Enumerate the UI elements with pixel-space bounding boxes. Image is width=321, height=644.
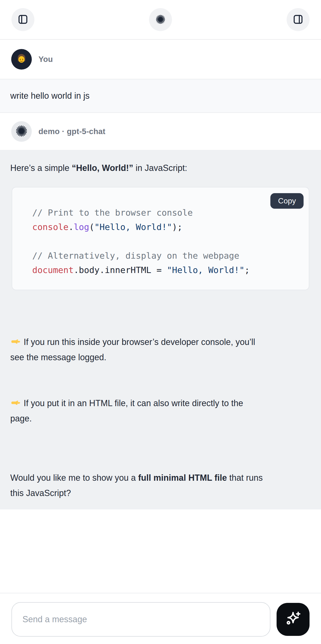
code-block: Copy // Print to the browser console con… [12, 187, 309, 290]
person-emoji-icon [15, 52, 28, 66]
code-comment: // Alternatively, display on the webpage [32, 251, 239, 260]
sidebar-toggle-button[interactable] [11, 8, 34, 31]
question-text: Would you like me to show you a [10, 473, 138, 483]
assistant-avatar [11, 121, 32, 142]
question-bold-text: full minimal HTML file [138, 473, 227, 483]
tip-text: If you put it in an HTML file, it can al… [10, 398, 243, 423]
starburst-spinner-icon [15, 124, 28, 139]
tip-line: If you run this inside your browser’s de… [10, 334, 311, 365]
code-token-props: .body.innerHTML = [73, 265, 167, 275]
intro-text: Here’s a simple [10, 163, 72, 173]
tip-line: If you put it in an HTML file, it can al… [10, 396, 311, 426]
user-message: write hello world in js [0, 79, 321, 113]
assistant-intro-paragraph: Here’s a simple “Hello, World!” in JavaS… [10, 160, 311, 176]
send-button[interactable] [277, 603, 310, 636]
code-comment: // Print to the browser console [32, 208, 193, 218]
pointing-right-emoji [10, 397, 20, 407]
code-token-string: "Hello, World!" [94, 222, 172, 232]
code-token-string: "Hello, World!" [167, 265, 245, 275]
assistant-question-paragraph: Would you like me to show you a full min… [10, 470, 311, 501]
assistant-sender-label: demo · gpt-5-chat [38, 127, 105, 136]
assistant-tips-paragraph: If you run this inside your browser’s de… [10, 304, 311, 457]
panel-right-icon [293, 14, 304, 26]
intro-text-end: in JavaScript: [133, 163, 187, 173]
tip-text: If you run this inside your browser’s de… [10, 337, 255, 362]
code-token-log: log [73, 222, 89, 232]
code-token-punct: ( [89, 222, 94, 232]
starburst-spinner-icon [155, 14, 166, 26]
code-token-punct: ); [172, 222, 182, 232]
sparkle-icon [284, 610, 302, 629]
pointing-right-emoji [10, 336, 20, 346]
panel-toggle-button[interactable] [287, 8, 310, 31]
user-message-header: You [0, 40, 321, 79]
code-content: // Print to the browser console console.… [12, 188, 309, 290]
code-blank-line [32, 234, 302, 248]
code-token-punct: . [68, 222, 74, 232]
code-token-punct: ; [245, 265, 250, 275]
user-message-text: write hello world in js [10, 91, 90, 101]
assistant-message-header: demo · gpt-5-chat [0, 113, 321, 150]
top-bar [0, 0, 321, 40]
composer-bar [0, 593, 321, 644]
message-input[interactable] [11, 602, 270, 636]
intro-bold-text: “Hello, World!” [72, 163, 133, 173]
app-logo-button[interactable] [149, 8, 172, 31]
chat-screen: You write hello world in js [0, 0, 321, 644]
user-avatar [11, 49, 32, 70]
user-sender-label: You [38, 55, 53, 64]
copy-code-button[interactable]: Copy [270, 193, 304, 209]
code-token-document: document [32, 265, 73, 275]
assistant-message: Here’s a simple “Hello, World!” in JavaS… [0, 150, 321, 510]
panel-left-icon [17, 14, 28, 26]
code-token-console: console [32, 222, 68, 232]
